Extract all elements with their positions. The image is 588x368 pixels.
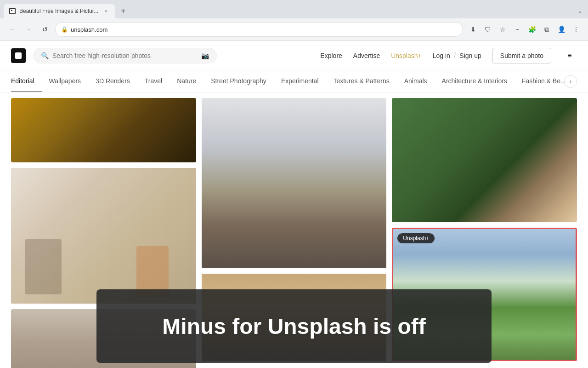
- forward-button[interactable]: →: [22, 23, 35, 36]
- star-icon[interactable]: ☆: [496, 23, 509, 36]
- header-nav: Explore Advertise Unsplash+ Log in / Sig…: [320, 48, 577, 63]
- overlay-message: Minus for Unsplash is off: [96, 289, 492, 363]
- search-input[interactable]: [52, 52, 198, 59]
- browser-actions: ⬇ 🛡 ☆ − 🧩 ⧉ 👤 ⋮: [467, 23, 582, 36]
- more-options-icon[interactable]: ⋮: [570, 23, 582, 36]
- category-3d-renders[interactable]: 3D Renders: [88, 70, 137, 92]
- address-input[interactable]: 🔒 unsplash.com: [55, 22, 463, 37]
- category-experimental[interactable]: Experimental: [274, 70, 326, 92]
- explore-link[interactable]: Explore: [320, 52, 342, 59]
- photo-couple[interactable]: Unsplash+: [11, 168, 196, 304]
- address-text: unsplash.com: [71, 26, 457, 33]
- camera-search-icon[interactable]: 📷: [201, 52, 209, 59]
- submit-photo-button[interactable]: Submit a photo: [492, 48, 551, 63]
- advertise-link[interactable]: Advertise: [353, 52, 380, 59]
- category-street-photography[interactable]: Street Photography: [204, 70, 274, 92]
- tab-favicon: [9, 8, 16, 14]
- reload-button[interactable]: ↺: [39, 23, 51, 36]
- category-travel[interactable]: Travel: [137, 70, 170, 92]
- tab-list-chevron-icon[interactable]: ⌄: [576, 6, 584, 16]
- category-next-arrow-icon[interactable]: ›: [564, 75, 577, 88]
- overlay-text: Minus for Unsplash is off: [162, 314, 425, 339]
- category-nature[interactable]: Nature: [170, 70, 204, 92]
- search-icon: 🔍: [41, 52, 49, 59]
- hamburger-menu-button[interactable]: ≡: [562, 48, 577, 63]
- logo[interactable]: [11, 48, 26, 63]
- download-icon[interactable]: ⬇: [467, 23, 480, 36]
- auth-section: Log in / Sign up: [433, 52, 481, 60]
- category-wallpapers[interactable]: Wallpapers: [42, 70, 89, 92]
- signup-link[interactable]: Sign up: [459, 52, 481, 59]
- photo-bokeh[interactable]: [11, 98, 196, 162]
- address-bar: ← → ↺ 🔒 unsplash.com ⬇ 🛡 ☆ − 🧩 ⧉ 👤 ⋮: [0, 18, 588, 40]
- main-content: Unsplash+ Unsplash+ Minus for Unsplash i…: [0, 92, 588, 368]
- lock-icon: 🔒: [61, 26, 68, 33]
- profile-icon[interactable]: 👤: [555, 23, 568, 36]
- site-header: 🔍 📷 Explore Advertise Unsplash+ Log in /…: [0, 41, 588, 70]
- photo-snow-beach[interactable]: [202, 98, 387, 268]
- minus-icon[interactable]: −: [511, 23, 524, 36]
- tab-close-button[interactable]: ×: [102, 7, 109, 15]
- browser-chrome: Beautiful Free Images & Pictur... × + ⌄ …: [0, 0, 588, 41]
- login-link[interactable]: Log in: [433, 52, 450, 59]
- new-tab-button[interactable]: +: [117, 5, 130, 17]
- shield-icon[interactable]: 🛡: [481, 23, 494, 36]
- tab-bar: Beautiful Free Images & Pictur... × + ⌄: [0, 0, 588, 18]
- photo-owl[interactable]: [392, 98, 577, 222]
- search-bar[interactable]: 🔍 📷: [33, 48, 217, 63]
- category-animals[interactable]: Animals: [397, 70, 435, 92]
- back-button[interactable]: ←: [6, 23, 18, 36]
- auth-divider: /: [454, 52, 456, 60]
- unsplash-plus-link[interactable]: Unsplash+: [391, 52, 422, 59]
- logo-icon: [11, 48, 26, 63]
- category-editorial[interactable]: Editorial: [11, 70, 42, 92]
- category-nav: Editorial Wallpapers 3D Renders Travel N…: [0, 70, 588, 92]
- split-view-icon[interactable]: ⧉: [540, 23, 553, 36]
- active-tab[interactable]: Beautiful Free Images & Pictur... ×: [4, 4, 115, 18]
- category-architecture-interiors[interactable]: Architecture & Interiors: [435, 70, 514, 92]
- tab-title: Beautiful Free Images & Pictur...: [19, 8, 98, 14]
- category-textures-patterns[interactable]: Textures & Patterns: [326, 70, 397, 92]
- extensions-icon[interactable]: 🧩: [526, 23, 538, 36]
- unsplash-badge-exercise: Unsplash+: [397, 233, 435, 243]
